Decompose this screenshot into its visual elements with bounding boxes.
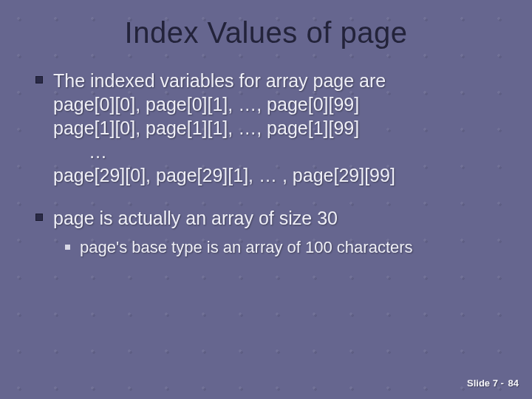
bullet-1-line-3: page[1][0], page[1][1], …, page[1][99] [53, 116, 504, 140]
footer-slide-number: 84 [508, 378, 519, 389]
sub-bullet-1-text: page's base type is an array of 100 char… [80, 238, 413, 256]
bullet-item-2: page is actually an array of size 30 pag… [53, 206, 504, 259]
bullet-item-1: The indexed variables for array page are… [53, 69, 504, 187]
slide-body: The indexed variables for array page are… [21, 69, 511, 259]
bullet-1-line-5: page[29][0], page[29][1], … , page[29][9… [53, 163, 504, 187]
square-bullet-icon [35, 214, 43, 221]
bullet-2-line-1: page is actually an array of size 30 [53, 206, 504, 230]
sub-bullet-item-1: page's base type is an array of 100 char… [80, 237, 504, 259]
bullet-1-line-2: page[0][0], page[0][1], …, page[0][99] [53, 92, 504, 116]
bullet-1-line-1: The indexed variables for array page are [53, 69, 504, 92]
mini-square-bullet-icon [65, 245, 70, 250]
slide: Index Values of page The indexed variabl… [0, 0, 532, 399]
slide-title: Index Values of page [21, 16, 511, 50]
sub-bullet-list: page's base type is an array of 100 char… [53, 237, 504, 259]
bullet-1-line-4: … [53, 140, 504, 163]
footer-label: Slide 7 [467, 378, 498, 389]
square-bullet-icon [35, 76, 43, 83]
slide-footer: Slide 7 - 84 [467, 378, 519, 389]
footer-separator: - [501, 378, 504, 389]
